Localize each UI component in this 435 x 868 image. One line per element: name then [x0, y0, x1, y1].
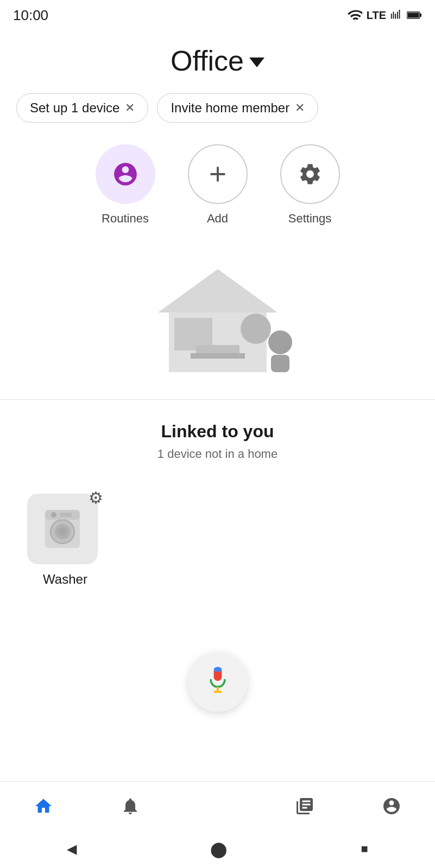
mic-button[interactable]	[188, 652, 248, 712]
linked-subtitle: 1 device not in a home	[16, 447, 419, 461]
invite-chip[interactable]: Invite home member ✕	[157, 93, 318, 123]
nav-account[interactable]	[348, 796, 435, 816]
washer-settings-badge[interactable]: ⚙	[89, 488, 103, 507]
status-time: 10:00	[13, 7, 48, 24]
nav-library[interactable]	[261, 796, 348, 816]
status-icons: LTE	[347, 9, 422, 22]
svg-rect-8	[191, 353, 245, 359]
add-label: Add	[207, 212, 228, 226]
svg-rect-19	[213, 667, 222, 672]
mic-icon	[206, 666, 230, 698]
page-title: Office	[171, 44, 244, 77]
battery-icon	[407, 10, 422, 20]
settings-action[interactable]: Settings	[280, 144, 340, 226]
setup-chip-close[interactable]: ✕	[125, 101, 135, 115]
washer-device[interactable]: ⚙ Washer	[16, 488, 114, 587]
routines-icon	[112, 161, 139, 188]
android-recents[interactable]: ■	[361, 842, 368, 856]
settings-icon	[298, 162, 323, 187]
linked-section: Linked to you 1 device not in a home	[0, 400, 435, 488]
dropdown-icon[interactable]	[249, 58, 264, 67]
svg-point-9	[268, 330, 292, 354]
setup-chip[interactable]: Set up 1 device ✕	[16, 93, 148, 123]
svg-rect-10	[271, 355, 289, 372]
washer-svg-icon	[41, 507, 84, 551]
bottom-nav	[0, 781, 435, 830]
illustration-area	[0, 242, 435, 399]
house-illustration	[136, 253, 299, 383]
routines-circle	[96, 144, 155, 204]
add-circle	[188, 144, 248, 204]
signal-icon	[390, 9, 402, 21]
svg-point-14	[58, 527, 67, 536]
device-grid: ⚙ Washer	[0, 488, 435, 587]
nav-home-icon	[34, 796, 53, 816]
routines-action[interactable]: Routines	[96, 144, 155, 226]
svg-marker-3	[158, 269, 278, 312]
nav-home[interactable]	[0, 796, 87, 816]
android-home[interactable]: ⬤	[210, 840, 227, 858]
quick-actions: Routines Add Settings	[0, 133, 435, 242]
nav-notifications[interactable]	[87, 796, 174, 816]
header-title-row[interactable]: Office	[171, 44, 264, 77]
svg-rect-2	[408, 13, 419, 18]
add-action[interactable]: Add	[188, 144, 248, 226]
settings-label: Settings	[288, 212, 332, 226]
status-bar: 10:00 LTE	[0, 0, 435, 28]
nav-account-icon	[382, 796, 401, 816]
fab-area	[0, 630, 435, 723]
washer-icon-wrapper: ⚙	[27, 488, 103, 564]
android-nav: ◀ ⬤ ■	[0, 830, 435, 868]
setup-chip-label: Set up 1 device	[30, 100, 119, 116]
add-icon	[205, 162, 230, 187]
svg-rect-17	[60, 513, 72, 517]
routines-label: Routines	[102, 212, 149, 226]
svg-point-6	[241, 314, 271, 344]
nav-notifications-icon	[121, 796, 140, 816]
washer-label: Washer	[43, 572, 87, 587]
settings-circle	[280, 144, 340, 204]
nav-library-icon	[295, 796, 314, 816]
washer-icon-box	[27, 494, 98, 564]
invite-chip-label: Invite home member	[171, 100, 289, 116]
lte-icon: LTE	[367, 9, 386, 22]
invite-chip-close[interactable]: ✕	[295, 101, 305, 115]
svg-rect-1	[420, 14, 421, 17]
header[interactable]: Office	[0, 28, 435, 88]
wifi-icon	[347, 9, 362, 21]
svg-point-16	[51, 512, 56, 518]
android-back[interactable]: ◀	[67, 841, 77, 857]
linked-title: Linked to you	[16, 422, 419, 442]
svg-rect-7	[196, 345, 239, 353]
chips-row: Set up 1 device ✕ Invite home member ✕	[0, 88, 435, 133]
